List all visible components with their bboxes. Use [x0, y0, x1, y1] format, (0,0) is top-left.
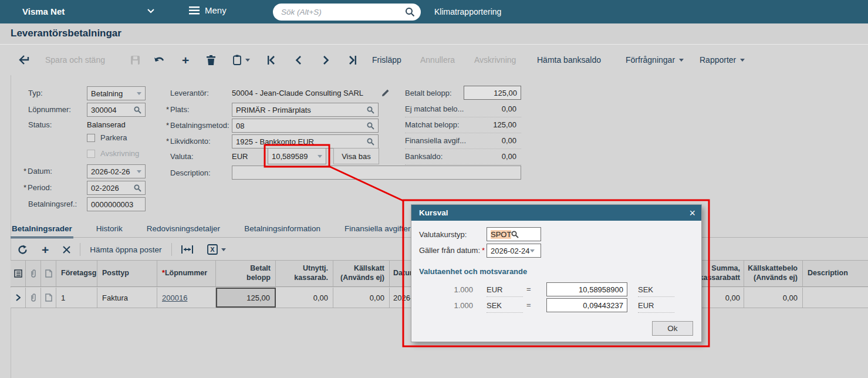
reports-menu-button[interactable]: Rapporter [700, 45, 745, 75]
inquiries-menu-button[interactable]: Förfrågningar [626, 45, 684, 75]
search-input[interactable] [281, 8, 405, 16]
lookup-icon[interactable] [134, 184, 141, 192]
visa-bas-button[interactable]: Visa bas [333, 148, 379, 164]
delete-record-button[interactable] [207, 45, 215, 75]
exchange-rate-select[interactable]: 10,589589 [268, 148, 326, 164]
chevron-right-icon [323, 56, 329, 65]
export-excel-button[interactable]: X [200, 241, 233, 258]
betalningsref-label: Betalningsref.: [28, 200, 77, 208]
datum-label: *Datum: [23, 167, 52, 176]
column-header-kallskattebel[interactable]: Källskattebelo (Används ej) [744, 261, 803, 286]
lookup-icon[interactable] [367, 106, 374, 114]
fit-width-button[interactable] [174, 241, 200, 258]
period-field[interactable]: 02-2026 [87, 181, 146, 195]
rate1-equals: = [526, 285, 531, 293]
add-row-button[interactable]: + [35, 241, 56, 258]
rate2-value-field[interactable]: 0,09443237 [546, 298, 627, 312]
tab-betalningsinformation[interactable]: Betalningsinformation [243, 224, 322, 238]
parkera-checkbox[interactable]: Parkera [87, 133, 127, 142]
ok-button[interactable]: Ok [652, 321, 693, 336]
cell-posttyp[interactable]: Faktura [97, 288, 157, 308]
column-header-lopnummer[interactable]: *Löpnummer [157, 261, 216, 286]
avskrivning-checkbox[interactable]: Avskrivning [87, 149, 139, 158]
chevron-down-icon [679, 59, 684, 62]
edit-pencil-icon[interactable] [381, 89, 390, 97]
copy-paste-button[interactable] [233, 45, 250, 75]
rate1-value-field[interactable]: 10,58958900 [546, 282, 627, 296]
fetch-bank-balance-button[interactable]: Hämta banksaldo [537, 45, 601, 75]
chevron-right-icon [16, 294, 21, 301]
save-and-close-button[interactable]: Spara och stäng [45, 45, 105, 75]
row-attachment-cell[interactable] [26, 288, 41, 308]
valuta-label: Valuta: [170, 152, 194, 161]
column-header-summa[interactable]: Summa, kassarabatt [701, 261, 744, 286]
save-button[interactable] [130, 45, 140, 75]
column-header-betalt-belopp[interactable]: Betalt belopp [216, 261, 276, 286]
valutakurstyp-field[interactable]: SPOT [487, 227, 541, 241]
cell-kallskattebel[interactable]: 0,00 [744, 288, 803, 308]
likvidkonto-field[interactable]: 1925 - Bankkonto EUR [232, 134, 379, 148]
chevron-down-icon [221, 248, 226, 251]
write-off-button[interactable]: Avskrivning [474, 45, 516, 75]
period-value: 02-2026 [91, 184, 134, 193]
tab-finansiella-avgifter[interactable]: Finansiella avgifter [343, 224, 412, 238]
row-expand-cell[interactable] [11, 288, 26, 308]
lookup-icon[interactable] [367, 138, 374, 146]
betalt-belopp-field[interactable]: 125,00 [464, 86, 521, 100]
cell-utnyttj[interactable]: 0,00 [276, 288, 333, 308]
last-record-button[interactable] [349, 45, 357, 75]
close-icon[interactable]: × [689, 208, 695, 218]
previous-record-button[interactable] [295, 45, 302, 75]
lopnummer-field[interactable]: 300004 [87, 103, 146, 117]
attachment-column-header[interactable] [26, 261, 41, 286]
plats-field[interactable]: PRIMÄR - Primärplats [232, 103, 379, 117]
undo-button[interactable] [154, 45, 165, 75]
cell-foretagsg[interactable]: 1 [56, 288, 97, 308]
fetch-open-items-button[interactable]: Hämta öppna poster [83, 241, 168, 258]
document-column-header[interactable] [41, 261, 56, 286]
chevron-down-icon[interactable] [147, 8, 155, 14]
floppy-disk-icon [130, 55, 140, 65]
first-record-button[interactable] [267, 45, 275, 75]
typ-select[interactable]: Betalning [87, 86, 146, 100]
lopnummer-link[interactable]: 200016 [162, 293, 187, 302]
search-icon[interactable] [405, 7, 415, 17]
column-header-utnyttj[interactable]: Utnyttj. kassarab. [276, 261, 333, 286]
last-record-icon [349, 56, 357, 65]
column-header-foretagsg[interactable]: Företagsg [56, 261, 97, 286]
matchat-row: Matchat belopp: 125,00 [405, 119, 521, 133]
betalningsmetod-field[interactable]: 08 [232, 119, 379, 133]
tab-betalningsrader[interactable]: Betalningsrader [11, 224, 73, 238]
next-record-button[interactable] [323, 45, 329, 75]
row-document-cell[interactable] [41, 288, 56, 308]
lookup-icon[interactable] [511, 231, 519, 238]
cell-betalt-belopp-selected[interactable]: 125,00 [216, 288, 276, 308]
description-field[interactable] [232, 166, 521, 180]
annul-button[interactable]: Annullera [420, 45, 455, 75]
release-button[interactable]: Frisläpp [372, 45, 401, 75]
lookup-icon[interactable] [134, 106, 141, 114]
menu-button[interactable]: Meny [189, 5, 227, 15]
cell-kallskatt[interactable]: 0,00 [333, 288, 390, 308]
column-header-description[interactable]: Description [803, 261, 868, 286]
banksaldo-row: Banksaldo: 0,00 [405, 151, 521, 165]
cell-description[interactable] [803, 288, 868, 308]
column-header-posttyp[interactable]: Posttyp [97, 261, 157, 286]
notes-column-header[interactable] [11, 261, 26, 286]
valutakurstyp-value: SPOT [491, 230, 511, 239]
tab-historik[interactable]: Historik [95, 224, 124, 238]
lookup-icon[interactable] [367, 122, 374, 130]
brand-logo[interactable]: Visma Net [22, 6, 65, 16]
cell-summa[interactable]: 0,00 [701, 288, 744, 308]
back-button[interactable] [19, 45, 31, 75]
tab-redovisningsdetaljer[interactable]: Redovisningsdetaljer [146, 224, 221, 238]
dialog-header[interactable]: Kursval × [411, 205, 701, 221]
delete-row-button[interactable] [56, 241, 77, 258]
galler-fran-datum-select[interactable]: 2026-02-24 [487, 244, 541, 258]
status-value: Balanserad [87, 120, 126, 129]
add-record-button[interactable]: + [182, 45, 189, 75]
refresh-button[interactable] [11, 241, 35, 258]
datum-select[interactable]: 2026-02-26 [87, 164, 146, 178]
column-header-kallskatt[interactable]: Källskatt (Används ej) [333, 261, 390, 286]
betalningsref-field[interactable]: 0000000003 [87, 197, 146, 211]
